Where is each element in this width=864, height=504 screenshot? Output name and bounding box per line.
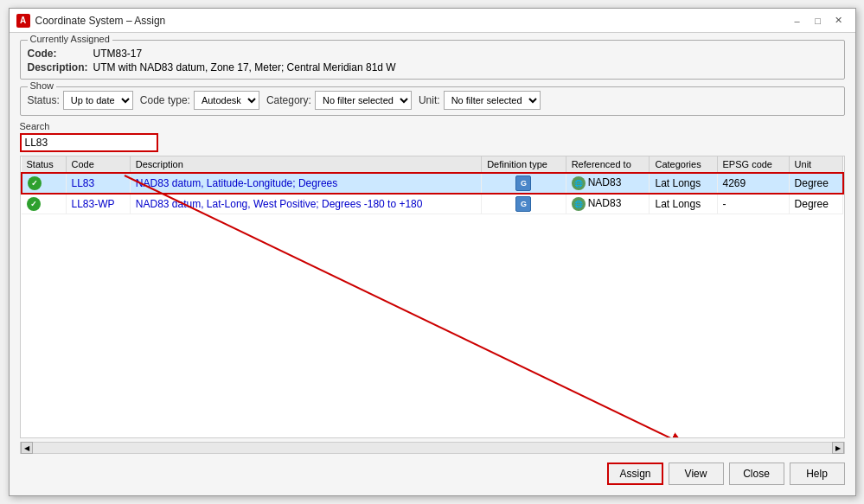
category-filter-group: Category: No filter selected Lat Longs U… (266, 91, 412, 110)
table-row[interactable]: LL83 NAD83 datum, Latitude-Longitude; De… (22, 173, 843, 194)
scroll-left-btn[interactable]: ◀ (21, 442, 33, 454)
view-button[interactable]: View (669, 463, 724, 485)
status-filter-label: Status: (28, 94, 60, 106)
scroll-track[interactable] (33, 443, 832, 453)
def-type-g-icon: G (515, 175, 531, 191)
row2-unit: Degree (789, 194, 842, 214)
minimize-button[interactable]: – (788, 13, 807, 29)
ref-globe2-icon: 🌐 (572, 197, 586, 211)
search-input[interactable] (20, 133, 158, 152)
col-unit: Unit (789, 156, 842, 173)
row2-code: LL83-WP (66, 194, 130, 214)
show-filters-row: Status: Up to date Outdated Unknown All … (28, 91, 837, 110)
row1-unit: Degree (789, 173, 842, 194)
def-type-g2-icon: G (515, 196, 531, 212)
scroll-right-btn[interactable]: ▶ (832, 442, 844, 454)
row2-ref-to: 🌐NAD83 (566, 194, 650, 214)
assign-button[interactable]: Assign (607, 463, 662, 485)
description-value: UTM with NAD83 datum, Zone 17, Meter; Ce… (93, 61, 396, 73)
title-bar-controls: – □ ✕ (788, 13, 848, 29)
col-epsg-code: EPSG code (717, 156, 789, 173)
table-header-row: Status Code Description Definition type … (22, 156, 843, 173)
row1-description: NAD83 datum, Latitude-Longitude; Degrees (130, 173, 481, 194)
code-row: Code: UTM83-17 (28, 48, 837, 60)
row2-categories: Lat Longs (650, 194, 717, 214)
table-row[interactable]: LL83-WP NAD83 datum, Lat-Long, West Posi… (22, 194, 843, 214)
svg-line-1 (125, 175, 678, 437)
table-container[interactable]: Status Code Description Definition type … (20, 156, 845, 438)
row2-description: NAD83 datum, Lat-Long, West Positive; De… (130, 194, 481, 214)
col-code: Code (66, 156, 130, 173)
close-button[interactable]: Close (729, 463, 784, 485)
unit-label: Unit: (419, 94, 440, 106)
row2-def-type: G (482, 194, 566, 214)
col-definition-type: Definition type (482, 156, 566, 173)
button-bar: Assign View Close Help (20, 459, 845, 488)
code-value: UTM83-17 (93, 48, 143, 60)
row1-epsg: 4269 (717, 173, 789, 194)
code-type-filter-group: Code type: Autodesk EPSG All (140, 91, 259, 110)
desc-ll83-link[interactable]: NAD83 datum, Latitude-Longitude; Degrees (136, 177, 337, 189)
unit-filter-group: Unit: No filter selected Degree Meter Fo… (419, 91, 541, 110)
col-description: Description (130, 156, 481, 173)
status-ok-icon (28, 176, 42, 190)
code-type-label: Code type: (140, 94, 190, 106)
code-type-select[interactable]: Autodesk EPSG All (194, 91, 259, 110)
code-ll83-link[interactable]: LL83 (72, 177, 95, 189)
content-area: Currently Assigned Code: UTM83-17 Descri… (10, 33, 855, 495)
ref-globe-icon: 🌐 (572, 176, 586, 190)
currently-assigned-label: Currently Assigned (28, 34, 112, 44)
row1-status (22, 173, 67, 194)
desc-ll83wp-link[interactable]: NAD83 datum, Lat-Long, West Positive; De… (136, 198, 423, 210)
description-label: Description: (28, 61, 88, 73)
assigned-info: Code: UTM83-17 Description: UTM with NAD… (28, 44, 837, 73)
col-status: Status (22, 156, 67, 173)
code-ll83wp-link[interactable]: LL83-WP (72, 198, 115, 210)
row1-def-type: G (482, 173, 566, 194)
category-label: Category: (266, 94, 311, 106)
col-categories: Categories (650, 156, 717, 173)
help-button[interactable]: Help (790, 463, 845, 485)
currently-assigned-group: Currently Assigned Code: UTM83-17 Descri… (20, 40, 845, 80)
horizontal-scrollbar[interactable]: ◀ ▶ (20, 442, 845, 454)
description-row: Description: UTM with NAD83 datum, Zone … (28, 61, 837, 73)
row2-epsg: - (717, 194, 789, 214)
close-window-button[interactable]: ✕ (829, 13, 848, 29)
unit-select[interactable]: No filter selected Degree Meter Foot (444, 91, 541, 110)
app-icon: A (16, 14, 30, 28)
window-title: Coordinate System – Assign (35, 15, 166, 27)
row1-ref-to: 🌐NAD83 (566, 173, 650, 194)
status-select[interactable]: Up to date Outdated Unknown All (63, 91, 133, 110)
maximize-button[interactable]: □ (809, 13, 828, 29)
row1-code: LL83 (66, 173, 130, 194)
col-referenced-to: Referenced to (566, 156, 650, 173)
show-section: Show Status: Up to date Outdated Unknown… (20, 86, 845, 116)
search-section: Search (20, 121, 845, 152)
search-label: Search (20, 121, 845, 131)
status-ok-icon2 (27, 197, 41, 211)
status-filter-group: Status: Up to date Outdated Unknown All (28, 91, 133, 110)
category-select[interactable]: No filter selected Lat Longs UTM State P… (315, 91, 412, 110)
row1-categories: Lat Longs (650, 173, 717, 194)
title-bar-left: A Coordinate System – Assign (16, 14, 166, 28)
row2-status (22, 194, 67, 214)
title-bar: A Coordinate System – Assign – □ ✕ (10, 9, 855, 33)
show-label: Show (28, 80, 57, 91)
code-label: Code: (28, 48, 88, 60)
main-window: A Coordinate System – Assign – □ ✕ Curre… (9, 8, 856, 496)
coordinates-table: Status Code Description Definition type … (21, 156, 844, 214)
